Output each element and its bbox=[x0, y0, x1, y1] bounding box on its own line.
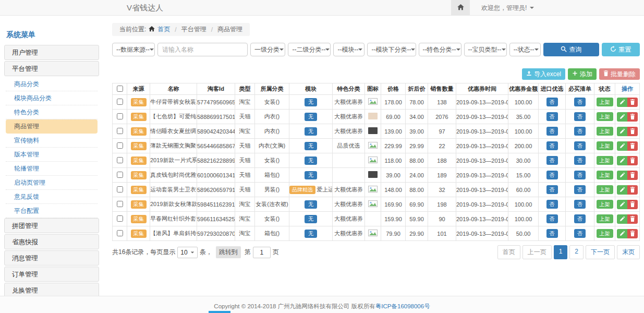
status-button[interactable]: 上架 bbox=[597, 200, 613, 209]
row-checkbox[interactable] bbox=[117, 186, 123, 192]
status-button[interactable]: 上架 bbox=[597, 98, 613, 106]
page-number-input[interactable] bbox=[253, 247, 271, 258]
delete-button[interactable] bbox=[627, 200, 638, 209]
delete-button[interactable] bbox=[627, 171, 638, 180]
sidebar-item[interactable]: 省惠快报 bbox=[4, 234, 99, 249]
row-checkbox[interactable] bbox=[117, 142, 123, 149]
reset-button[interactable]: 重置 bbox=[602, 43, 640, 56]
delete-button[interactable] bbox=[627, 214, 638, 224]
edit-button[interactable] bbox=[617, 229, 627, 238]
status-button[interactable]: 上架 bbox=[597, 156, 613, 165]
name-search-input[interactable] bbox=[157, 43, 248, 56]
imported-toggle-button[interactable]: 否 bbox=[546, 214, 558, 223]
delete-button[interactable] bbox=[627, 112, 638, 122]
edit-button[interactable] bbox=[617, 112, 627, 122]
filter-select[interactable]: 一级分类 bbox=[250, 43, 285, 56]
must-buy-toggle-button[interactable]: 否 bbox=[574, 112, 586, 121]
delete-button[interactable] bbox=[627, 127, 638, 136]
status-button[interactable]: 上架 bbox=[597, 229, 613, 238]
edit-button[interactable] bbox=[617, 98, 627, 107]
edit-button[interactable] bbox=[617, 127, 627, 136]
sidebar-item[interactable]: 消息管理 bbox=[4, 250, 99, 266]
row-checkbox[interactable] bbox=[117, 201, 123, 207]
sidebar-item[interactable]: 特色分类 bbox=[6, 105, 98, 119]
breadcrumb-home-link[interactable]: 首页 bbox=[157, 25, 170, 34]
status-button[interactable]: 上架 bbox=[597, 112, 613, 121]
edit-button[interactable] bbox=[617, 141, 627, 151]
imported-toggle-button[interactable]: 否 bbox=[546, 229, 558, 238]
status-button[interactable]: 上架 bbox=[597, 171, 613, 179]
sidebar-item[interactable]: 版本管理 bbox=[6, 148, 98, 162]
must-buy-toggle-button[interactable]: 否 bbox=[574, 185, 586, 194]
row-checkbox[interactable] bbox=[117, 128, 123, 134]
must-buy-toggle-button[interactable]: 否 bbox=[574, 127, 586, 136]
imported-toggle-button[interactable]: 否 bbox=[546, 112, 558, 121]
filter-select[interactable]: --二级分类-- bbox=[288, 43, 331, 56]
edit-button[interactable] bbox=[617, 200, 627, 209]
edit-button[interactable] bbox=[617, 214, 627, 224]
sidebar-item[interactable]: 启动页管理 bbox=[6, 176, 98, 190]
status-button[interactable]: 上架 bbox=[597, 141, 613, 150]
imported-toggle-button[interactable]: 否 bbox=[546, 171, 558, 179]
imported-toggle-button[interactable]: 否 bbox=[546, 156, 558, 165]
must-buy-toggle-button[interactable]: 否 bbox=[574, 98, 586, 106]
sidebar-item[interactable]: 平台管理 bbox=[4, 61, 99, 76]
row-checkbox[interactable] bbox=[117, 172, 123, 178]
must-buy-toggle-button[interactable]: 否 bbox=[574, 156, 586, 165]
sidebar-item[interactable]: 宣传物料 bbox=[6, 134, 98, 148]
user-menu[interactable]: 欢迎您，管理员! bbox=[481, 4, 534, 13]
select-all-checkbox[interactable] bbox=[117, 86, 123, 92]
add-button[interactable]: 添加 bbox=[568, 68, 597, 80]
imported-toggle-button[interactable]: 否 bbox=[546, 127, 558, 136]
row-checkbox[interactable] bbox=[117, 113, 123, 119]
row-checkbox[interactable] bbox=[117, 99, 123, 105]
filter-select[interactable]: --模块-- bbox=[333, 43, 364, 56]
sidebar-item[interactable]: 用户管理 bbox=[4, 45, 99, 60]
search-button[interactable]: 查询 bbox=[543, 43, 599, 56]
sidebar-item[interactable]: 订单管理 bbox=[4, 267, 99, 282]
filter-select[interactable]: --宝贝类型-- bbox=[464, 43, 507, 56]
delete-button[interactable] bbox=[627, 185, 638, 195]
home-nav-button[interactable] bbox=[451, 0, 470, 16]
status-button[interactable]: 上架 bbox=[597, 127, 613, 136]
filter-select[interactable]: --数据来源-- bbox=[112, 43, 155, 56]
row-checkbox[interactable] bbox=[117, 230, 123, 236]
must-buy-toggle-button[interactable]: 否 bbox=[574, 229, 586, 238]
sidebar-item[interactable]: 轮播管理 bbox=[6, 162, 98, 176]
must-buy-toggle-button[interactable]: 否 bbox=[574, 171, 586, 179]
sidebar-item[interactable]: 商品管理 bbox=[6, 119, 98, 134]
pager-button[interactable]: 末页 bbox=[617, 245, 640, 259]
must-buy-toggle-button[interactable]: 否 bbox=[574, 214, 586, 223]
sidebar-item[interactable]: 模块商品分类 bbox=[6, 91, 98, 105]
delete-button[interactable] bbox=[627, 229, 638, 238]
delete-button[interactable] bbox=[627, 141, 638, 151]
pager-button[interactable]: 下一页 bbox=[586, 245, 615, 259]
sidebar-item[interactable]: 平台配置 bbox=[6, 204, 98, 218]
edit-button[interactable] bbox=[617, 171, 627, 180]
must-buy-toggle-button[interactable]: 否 bbox=[574, 141, 586, 150]
filter-select[interactable]: --模块下分类-- bbox=[367, 43, 416, 56]
imported-toggle-button[interactable]: 否 bbox=[546, 185, 558, 194]
icp-link[interactable]: 粤ICP备16098006号 bbox=[375, 303, 430, 309]
must-buy-toggle-button[interactable]: 否 bbox=[574, 200, 586, 209]
delete-button[interactable] bbox=[627, 156, 638, 165]
sidebar-item[interactable]: 意见反馈 bbox=[6, 190, 98, 204]
import-excel-button[interactable]: 导入excel bbox=[522, 68, 565, 80]
sidebar-item[interactable]: 拼团管理 bbox=[4, 218, 99, 233]
row-checkbox[interactable] bbox=[117, 157, 123, 163]
pager-button[interactable]: 1 bbox=[554, 245, 568, 259]
edit-button[interactable] bbox=[617, 156, 627, 165]
filter-select[interactable]: --特色分类-- bbox=[419, 43, 461, 56]
edit-button[interactable] bbox=[617, 185, 627, 195]
page-size-select[interactable]: 10 bbox=[177, 247, 197, 258]
imported-toggle-button[interactable]: 否 bbox=[546, 200, 558, 209]
jump-button[interactable]: 跳转到 bbox=[216, 246, 241, 258]
status-button[interactable]: 上架 bbox=[597, 185, 613, 194]
pager-button[interactable]: 2 bbox=[569, 245, 584, 259]
filter-select[interactable]: --状态-- bbox=[509, 43, 541, 56]
row-checkbox[interactable] bbox=[117, 215, 123, 222]
status-button[interactable]: 上架 bbox=[597, 214, 613, 223]
imported-toggle-button[interactable]: 否 bbox=[546, 98, 558, 106]
sidebar-item[interactable]: 商品分类 bbox=[6, 77, 98, 91]
imported-toggle-button[interactable]: 否 bbox=[546, 141, 558, 150]
